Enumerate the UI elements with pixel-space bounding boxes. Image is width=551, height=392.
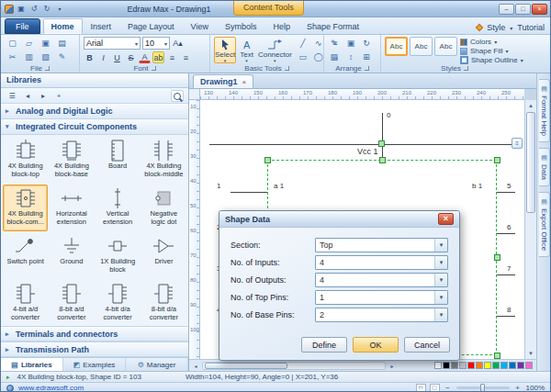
- library-shape[interactable]: Switch point: [3, 232, 48, 279]
- zoom-slider-thumb[interactable]: [480, 384, 485, 392]
- bold-icon[interactable]: B: [84, 51, 96, 63]
- dialog-launcher-icon[interactable]: [285, 66, 289, 71]
- cut-icon[interactable]: ✂: [5, 50, 20, 63]
- font-family-combobox[interactable]: Arial▾: [84, 37, 141, 50]
- align-icon[interactable]: ≡: [328, 37, 343, 50]
- dock-tab[interactable]: ▤ Data: [539, 148, 550, 186]
- library-shape[interactable]: 8-bit d/a converter: [141, 280, 186, 326]
- redo-icon[interactable]: ↻: [41, 5, 52, 13]
- chevron-down-icon[interactable]: ▾: [274, 59, 276, 62]
- minimize-icon[interactable]: –: [499, 4, 514, 15]
- chevron-down-icon[interactable]: ▾: [162, 40, 167, 47]
- field-combobox[interactable]: Top ▾: [315, 238, 448, 252]
- color-swatch[interactable]: [443, 362, 450, 369]
- color-swatch[interactable]: [492, 362, 500, 369]
- library-section-header[interactable]: ▾ Integrated Circuit Components: [1, 119, 188, 135]
- flip-vertical-icon[interactable]: ↕: [343, 50, 358, 63]
- library-shape[interactable]: 8-bit a/d converter: [49, 280, 94, 326]
- zoom-out-icon[interactable]: −: [444, 384, 453, 392]
- customize-qat-icon[interactable]: ▾: [54, 6, 65, 12]
- website-link[interactable]: www.edrawsoft.com: [18, 384, 84, 392]
- scroll-up-icon[interactable]: ▲: [525, 100, 536, 111]
- color-swatch[interactable]: [525, 362, 533, 369]
- flip-horizontal-icon[interactable]: ↔: [328, 50, 343, 63]
- menu-icon[interactable]: ☰: [6, 90, 18, 102]
- field-combobox[interactable]: 1 ▾: [315, 290, 448, 305]
- dock-tab[interactable]: ▤ Format Help: [539, 79, 550, 142]
- align-left-icon[interactable]: ≡: [166, 51, 178, 63]
- style-selector[interactable]: Style: [487, 23, 505, 32]
- color-swatch[interactable]: [451, 362, 458, 369]
- ribbon-tab[interactable]: Shape Format: [298, 18, 367, 34]
- panel-tab[interactable]: ◩ Examples: [63, 358, 126, 371]
- library-shape[interactable]: Vertical extension: [96, 185, 141, 231]
- chevron-down-icon[interactable]: ▾: [494, 39, 497, 45]
- panel-tab[interactable]: ▤ Libraries: [1, 358, 63, 371]
- chevron-down-icon[interactable]: ▾: [224, 59, 227, 62]
- grow-font-icon[interactable]: A▴: [172, 38, 184, 50]
- color-swatch[interactable]: [434, 362, 442, 369]
- group-icon[interactable]: ▣: [343, 37, 358, 50]
- save-icon[interactable]: ▣: [16, 5, 27, 13]
- back-icon[interactable]: ◂: [21, 90, 34, 102]
- text-tool-button[interactable]: A Text ▾: [239, 37, 254, 63]
- add-icon[interactable]: +: [52, 90, 65, 102]
- highlight-icon[interactable]: ab: [152, 51, 164, 63]
- wire-handle[interactable]: [378, 140, 385, 147]
- close-icon[interactable]: ×: [532, 4, 547, 15]
- ribbon-tab[interactable]: View: [183, 18, 217, 34]
- close-icon[interactable]: ×: [438, 213, 454, 225]
- library-shape[interactable]: Driver: [141, 232, 186, 279]
- font-color-icon[interactable]: A: [139, 52, 151, 63]
- zoom-slider[interactable]: [456, 386, 510, 389]
- vertical-scrollbar[interactable]: ▲ ▼: [524, 100, 536, 359]
- color-swatch[interactable]: [509, 362, 516, 369]
- document-tab[interactable]: Drawing1 ×: [193, 74, 253, 88]
- shape-fill-menu[interactable]: Shape Fill▾: [460, 47, 523, 55]
- library-shape[interactable]: Horizontal extension: [49, 185, 94, 231]
- colors-menu[interactable]: Colors▾: [460, 38, 523, 46]
- dialog-launcher-icon[interactable]: [365, 66, 369, 71]
- copy-icon[interactable]: ▥: [21, 50, 37, 63]
- color-swatch[interactable]: [500, 362, 508, 369]
- chevron-down-icon[interactable]: ▾: [434, 291, 447, 304]
- chevron-down-icon[interactable]: ▾: [434, 308, 447, 321]
- horizontal-scrollbar[interactable]: [202, 362, 386, 370]
- library-shape[interactable]: 1X Building block: [96, 232, 141, 279]
- italic-icon[interactable]: I: [97, 51, 109, 63]
- chevron-down-icon[interactable]: ▾: [510, 25, 512, 31]
- ribbon-tab[interactable]: Home: [43, 18, 83, 34]
- dock-tab[interactable]: ▤ Export Office: [539, 192, 550, 257]
- edraw-logo-icon[interactable]: [5, 5, 14, 14]
- field-combobox[interactable]: 4 ▾: [315, 255, 448, 270]
- library-shape[interactable]: Negative logic dot: [141, 185, 186, 231]
- scroll-down-icon[interactable]: ▼: [525, 348, 536, 359]
- ribbon-tab[interactable]: Insert: [83, 18, 120, 34]
- scroll-right-icon[interactable]: ▸: [388, 363, 397, 369]
- chevron-down-icon[interactable]: ▾: [434, 239, 447, 252]
- expand-arrow-icon[interactable]: ▸: [6, 330, 12, 338]
- cancel-button[interactable]: Cancel: [404, 337, 450, 353]
- titlebar[interactable]: ▣ ↺ ↻ ▾ Edraw Max - Drawing1 Content Too…: [1, 1, 550, 17]
- dialog-titlebar[interactable]: Shape Data ×: [219, 211, 459, 228]
- color-swatch[interactable]: [484, 362, 491, 369]
- forward-icon[interactable]: ▸: [37, 90, 50, 102]
- open-icon[interactable]: ▱: [21, 37, 37, 50]
- chevron-down-icon[interactable]: ▾: [521, 57, 523, 63]
- paste-icon[interactable]: ▧: [38, 50, 53, 63]
- order-icon[interactable]: ⊞: [359, 50, 374, 63]
- vcc-pin-wire[interactable]: [382, 113, 383, 160]
- library-shape[interactable]: Ground: [49, 232, 94, 279]
- undo-icon[interactable]: ↺: [28, 5, 39, 13]
- save-icon[interactable]: ▣: [38, 37, 53, 50]
- library-shape[interactable]: 4X Building block-base: [49, 137, 94, 184]
- expand-arrow-icon[interactable]: ▸: [6, 107, 12, 115]
- color-swatch[interactable]: [476, 362, 483, 369]
- dialog-launcher-icon[interactable]: [464, 66, 468, 71]
- align-center-icon[interactable]: ≡: [180, 51, 192, 63]
- selection-handle[interactable]: [494, 353, 500, 359]
- dialog-launcher-icon[interactable]: [152, 66, 156, 71]
- dialog-launcher-icon[interactable]: [45, 66, 50, 71]
- color-swatch[interactable]: [459, 362, 467, 369]
- floating-action-button[interactable]: ≡: [512, 138, 523, 149]
